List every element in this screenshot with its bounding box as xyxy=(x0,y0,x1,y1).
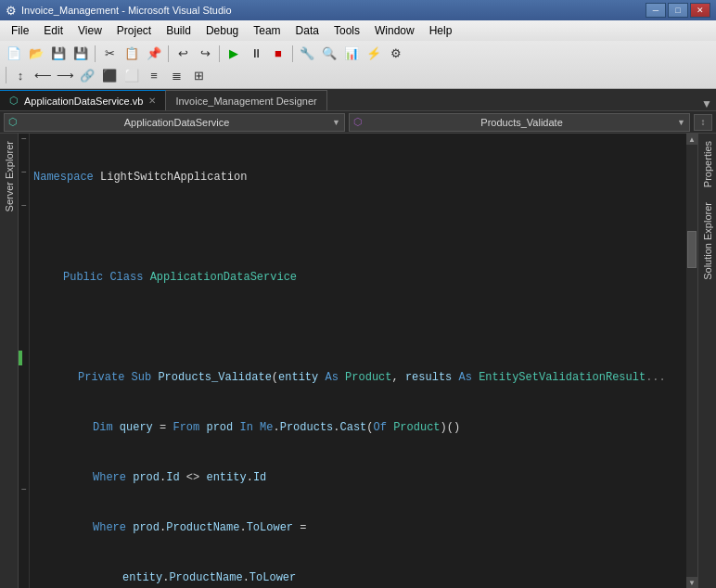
code-nav: ⬡ ApplicationDataService ▼ ⬡ Products_Va… xyxy=(0,111,716,134)
code-nav-method[interactable]: ⬡ Products_Validate ▼ xyxy=(349,113,690,132)
tb-misc11[interactable]: ⬜ xyxy=(121,66,142,84)
tab-label: ApplicationDataService.vb xyxy=(24,96,143,107)
tab-applicationdataservice[interactable]: ⬡ ApplicationDataService.vb ✕ xyxy=(0,90,166,110)
title-bar: ⚙ Invoice_Management - Microsoft Visual … xyxy=(0,0,716,20)
minimize-button[interactable]: ─ xyxy=(646,3,666,18)
tb-misc2[interactable]: 🔍 xyxy=(319,45,339,63)
code-line-5: Private Sub Products_Validate(entity As … xyxy=(33,369,683,386)
code-nav-method-label: Products_Validate xyxy=(480,117,562,128)
code-content[interactable]: Namespace LightSwitchApplication Public … xyxy=(30,134,686,588)
close-button[interactable]: ✕ xyxy=(690,3,710,18)
main-layout: Server Explorer − − − − Namespace LightS… xyxy=(0,134,716,588)
scroll-down[interactable]: ▼ xyxy=(686,577,697,588)
tab-bar: ⬡ ApplicationDataService.vb ✕ Invoice_Ma… xyxy=(0,89,716,111)
menu-file[interactable]: File xyxy=(4,22,36,39)
menu-bar: File Edit View Project Build Debug Team … xyxy=(0,20,716,41)
code-line-1: Namespace LightSwitchApplication xyxy=(33,169,683,185)
dropdown-arrow-2: ▼ xyxy=(677,118,685,127)
tab-overflow[interactable]: ▼ xyxy=(697,97,716,110)
nav-sync-btn[interactable]: ↕ xyxy=(694,114,712,131)
tb-new[interactable]: 📄 xyxy=(4,45,24,63)
menu-tools[interactable]: Tools xyxy=(326,22,367,39)
tb-sep-1 xyxy=(95,45,96,62)
tb-sep-5 xyxy=(6,67,6,83)
collapse-btn-2[interactable]: − xyxy=(19,167,29,177)
tb-open[interactable]: 📂 xyxy=(26,45,46,63)
toolbar-area: 📄 📂 💾 💾 ✂ 📋 📌 ↩ ↪ ▶ ⏸ ■ 🔧 🔍 📊 ⚡ ⚙ ↕ ⟵ ⟶ … xyxy=(0,41,716,89)
left-sidebar: Server Explorer xyxy=(0,134,19,588)
tb-pause[interactable]: ⏸ xyxy=(246,45,266,63)
tb-run[interactable]: ▶ xyxy=(224,45,244,63)
maximize-button[interactable]: □ xyxy=(668,3,688,18)
tb-save[interactable]: 💾 xyxy=(48,45,69,63)
menu-edit[interactable]: Edit xyxy=(36,22,70,39)
tb-sep-3 xyxy=(219,45,220,62)
tb-stop[interactable]: ■ xyxy=(268,45,288,63)
code-line-2 xyxy=(33,219,683,236)
code-line-8: Where prod.ProductName.ToLower = xyxy=(33,519,683,536)
tb-misc12[interactable]: ≡ xyxy=(144,66,164,84)
tb-cut[interactable]: ✂ xyxy=(99,45,120,63)
code-line-6: Dim query = From prod In Me.Products.Cas… xyxy=(33,419,683,436)
collapse-btn-1[interactable]: − xyxy=(19,134,29,144)
scroll-thumb[interactable] xyxy=(687,231,697,268)
tb-redo[interactable]: ↪ xyxy=(195,45,215,63)
menu-build[interactable]: Build xyxy=(159,22,198,39)
v-scrollbar: ▲ ▼ xyxy=(686,134,697,588)
tab-close[interactable]: ✕ xyxy=(148,96,156,106)
toolbar-row-2: ↕ ⟵ ⟶ 🔗 ⬛ ⬜ ≡ ≣ ⊞ xyxy=(4,65,712,87)
code-line-3: Public Class ApplicationDataService xyxy=(33,269,683,286)
solution-explorer-tab[interactable]: Solution Explorer xyxy=(699,195,716,288)
menu-help[interactable]: Help xyxy=(422,22,460,39)
tb-misc10[interactable]: ⬛ xyxy=(99,66,120,84)
code-nav-class[interactable]: ⬡ ApplicationDataService ▼ xyxy=(4,113,345,132)
tb-misc9[interactable]: 🔗 xyxy=(77,66,97,84)
tb-misc1[interactable]: 🔧 xyxy=(297,45,317,63)
app-icon: ⚙ xyxy=(6,4,17,18)
window-title: Invoice_Management - Microsoft Visual St… xyxy=(21,5,646,16)
bookmark-green xyxy=(19,351,22,365)
tb-sep-4 xyxy=(292,45,293,62)
tb-paste[interactable]: 📌 xyxy=(144,45,164,63)
tb-misc14[interactable]: ⊞ xyxy=(188,66,209,84)
dropdown-arrow-1: ▼ xyxy=(332,118,340,127)
menu-view[interactable]: View xyxy=(70,22,109,39)
menu-debug[interactable]: Debug xyxy=(198,22,246,39)
collapse-btn-4[interactable]: − xyxy=(19,484,29,494)
menu-team[interactable]: Team xyxy=(246,22,288,39)
tb-misc6[interactable]: ↕ xyxy=(10,66,31,84)
tb-misc7[interactable]: ⟵ xyxy=(32,66,53,84)
tb-copy[interactable]: 📋 xyxy=(121,45,142,63)
collapse-btn-3[interactable]: − xyxy=(19,200,29,211)
tb-sep-2 xyxy=(168,45,169,62)
tb-misc3[interactable]: 📊 xyxy=(341,45,362,63)
tb-undo[interactable]: ↩ xyxy=(173,45,193,63)
tab-designer[interactable]: Invoice_Management Designer xyxy=(166,90,326,110)
scroll-up[interactable]: ▲ xyxy=(686,134,697,145)
code-line-7: Where prod.Id <> entity.Id xyxy=(33,469,683,486)
scroll-track[interactable] xyxy=(686,145,697,577)
tb-misc13[interactable]: ≣ xyxy=(166,66,186,84)
tb-misc5[interactable]: ⚙ xyxy=(386,45,406,63)
tb-misc8[interactable]: ⟶ xyxy=(55,66,75,84)
tab-icon: ⬡ xyxy=(9,95,19,107)
tb-misc4[interactable]: ⚡ xyxy=(364,45,384,63)
tb-saveall[interactable]: 💾 xyxy=(70,45,91,63)
toolbar-row-1: 📄 📂 💾 💾 ✂ 📋 📌 ↩ ↪ ▶ ⏸ ■ 🔧 🔍 📊 ⚡ ⚙ xyxy=(4,43,712,65)
code-line-4 xyxy=(33,319,683,336)
line-indicator: − − − − xyxy=(19,134,30,588)
code-nav-class-label: ApplicationDataService xyxy=(124,117,230,128)
menu-project[interactable]: Project xyxy=(109,22,159,39)
menu-window[interactable]: Window xyxy=(367,22,422,39)
tab-label-2: Invoice_Management Designer xyxy=(175,96,316,107)
code-line-9: entity.ProductName.ToLower xyxy=(33,569,683,586)
right-sidebar: Properties Solution Explorer xyxy=(697,134,716,588)
properties-tab[interactable]: Properties xyxy=(699,134,716,195)
editor-area: − − − − Namespace LightSwitchApplication… xyxy=(19,134,697,588)
server-explorer-tab[interactable]: Server Explorer xyxy=(1,134,18,219)
menu-data[interactable]: Data xyxy=(288,22,326,39)
window-controls: ─ □ ✕ xyxy=(646,3,710,18)
